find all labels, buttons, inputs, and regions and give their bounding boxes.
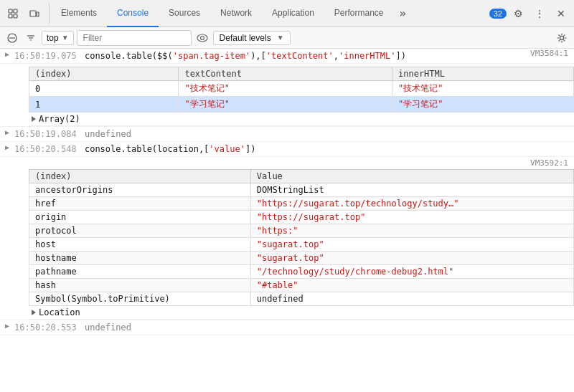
toolbar-icons-group [3, 4, 50, 24]
context-arrow-icon: ▼ [62, 34, 69, 42]
log-code-5: console.table(location,['value']) [85, 144, 255, 154]
tab-overflow-label: » [400, 6, 407, 20]
log-level-selector[interactable]: Default levels ▼ [213, 31, 291, 45]
svg-rect-0 [9, 9, 12, 13]
log-line-1: 16:50:19.075 console.table($$('span.tag-… [11, 49, 530, 63]
tab-application[interactable]: Application [262, 0, 324, 27]
tab-overflow[interactable]: » [394, 0, 413, 27]
table-row[interactable]: href "https://sugarat.top/technology/stu… [29, 197, 574, 211]
log-entry-8[interactable]: ▶ 16:50:20.553 undefined [0, 320, 574, 335]
location-summary[interactable]: Location [29, 306, 574, 320]
cell-prop: host [29, 238, 251, 252]
log-code-1: console.table($$('span.tag-item'),['text… [85, 51, 406, 61]
location-label: Location [39, 307, 80, 317]
expand-arrow-5[interactable]: ▶ [0, 142, 11, 151]
cell-index: 0 [29, 81, 179, 97]
console-table-2: (index) Value ancestorOrigins DOMStringL… [29, 169, 574, 306]
tab-sources-label: Sources [169, 8, 200, 18]
timestamp-8: 16:50:20.553 [14, 322, 77, 333]
timestamp-4: 16:50:19.084 [14, 129, 77, 139]
expand-arrow-4[interactable]: ▶ [0, 127, 11, 136]
location-arrow-icon [32, 310, 36, 315]
svg-rect-3 [14, 14, 17, 18]
col-header-index-1: (index) [29, 67, 179, 81]
log-entry-4[interactable]: ▶ 16:50:19.084 undefined [0, 127, 574, 142]
cell-val: "sugarat.top" [250, 252, 573, 265]
console-settings-button[interactable] [554, 30, 570, 46]
cell-val: "https://sugarat.top" [250, 211, 573, 224]
svg-rect-5 [37, 12, 39, 16]
svg-rect-4 [30, 11, 36, 16]
table-row[interactable]: 0 "技术笔记" "技术笔记" [29, 81, 574, 97]
svg-rect-2 [9, 14, 12, 18]
context-label: top [47, 33, 59, 43]
errors-badge: 32 [489, 9, 507, 19]
filter-input[interactable] [77, 30, 192, 46]
level-arrow-icon: ▼ [277, 34, 284, 42]
tab-elements-label: Elements [61, 8, 97, 18]
cell-val: "#table" [250, 279, 573, 292]
context-selector[interactable]: top ▼ [42, 31, 74, 45]
tab-network-label: Network [220, 8, 252, 18]
cell-prop: hash [29, 279, 251, 292]
main-tab-bar: Elements Console Sources Network Applica… [51, 0, 412, 27]
col-header-innerhtml: innerHTML [392, 67, 573, 81]
cell-prop: href [29, 197, 251, 211]
console-content: ▶ 16:50:19.075 console.table($$('span.ta… [0, 49, 574, 392]
vm-ref-1: VM3584:1 [530, 49, 574, 58]
clear-console-button[interactable] [4, 30, 20, 46]
table-row[interactable]: origin "https://sugarat.top" [29, 211, 574, 224]
tab-performance[interactable]: Performance [324, 0, 394, 27]
table-row[interactable]: Symbol(Symbol.toPrimitive) undefined [29, 292, 574, 306]
log-entry-5[interactable]: ▶ 16:50:20.548 console.table(location,['… [0, 142, 574, 157]
cell-textcontent: "技术笔记" [179, 81, 392, 97]
tab-elements[interactable]: Elements [51, 0, 107, 27]
tab-network[interactable]: Network [210, 0, 262, 27]
table-row[interactable]: hostname "sugarat.top" [29, 252, 574, 265]
expand-arrow-8[interactable]: ▶ [0, 320, 11, 330]
tab-sources[interactable]: Sources [159, 0, 210, 27]
timestamp-1: 16:50:19.075 [14, 51, 77, 61]
expand-arrow-1[interactable]: ▶ [0, 49, 11, 58]
log-line-5: 16:50:20.548 console.table(location,['va… [11, 142, 574, 156]
log-undefined-2: undefined [85, 322, 131, 333]
close-devtools-button[interactable]: ✕ [551, 4, 571, 24]
inspect-element-button[interactable] [3, 4, 23, 24]
timestamp-5: 16:50:20.548 [14, 144, 77, 154]
regex-filter-button[interactable] [194, 30, 210, 46]
array-summary[interactable]: Array(2) [29, 113, 574, 126]
cell-innerhtml: "技术笔记" [392, 81, 573, 97]
table-row[interactable]: pathname "/technology/study/chrome-debug… [29, 265, 574, 279]
vm-line-2: VM3592:1 [0, 157, 574, 169]
table-row[interactable]: protocol "https:" [29, 224, 574, 238]
tab-application-label: Application [272, 8, 314, 18]
table-row[interactable]: 1 "学习笔记" "学习笔记" [29, 97, 574, 113]
settings-gear-button[interactable]: ⚙ [508, 4, 528, 24]
filter-toggle-button[interactable] [23, 30, 39, 46]
cell-val: "https://sugarat.top/technology/study…" [250, 197, 573, 211]
more-options-button[interactable]: ⋮ [530, 4, 550, 24]
cell-prop: protocol [29, 224, 251, 238]
cell-prop: pathname [29, 265, 251, 279]
log-entry-1[interactable]: ▶ 16:50:19.075 console.table($$('span.ta… [0, 49, 574, 64]
table-row[interactable]: ancestorOrigins DOMStringList [29, 183, 574, 197]
col-header-textcontent: textContent [179, 67, 392, 81]
cell-index: 1 [29, 97, 179, 113]
log-line-4: 16:50:19.084 undefined [11, 127, 574, 141]
cell-textcontent: "学习笔记" [179, 97, 392, 113]
cell-val: undefined [250, 292, 573, 306]
console-toolbar: top ▼ Default levels ▼ [0, 27, 574, 49]
tab-performance-label: Performance [334, 8, 384, 18]
table-row[interactable]: host "sugarat.top" [29, 238, 574, 252]
toolbar-right: 32 ⚙ ⋮ ✕ [489, 4, 571, 24]
col-header-index-2: (index) [29, 170, 251, 183]
tab-console-label: Console [117, 8, 149, 18]
tab-console[interactable]: Console [107, 0, 159, 27]
cell-prop: hostname [29, 252, 251, 265]
device-toolbar-button[interactable] [24, 4, 44, 24]
svg-point-13 [560, 36, 564, 39]
cell-innerhtml: "学习笔记" [392, 97, 573, 113]
array-label: Array(2) [39, 114, 80, 124]
svg-point-12 [200, 36, 204, 39]
table-row[interactable]: hash "#table" [29, 279, 574, 292]
